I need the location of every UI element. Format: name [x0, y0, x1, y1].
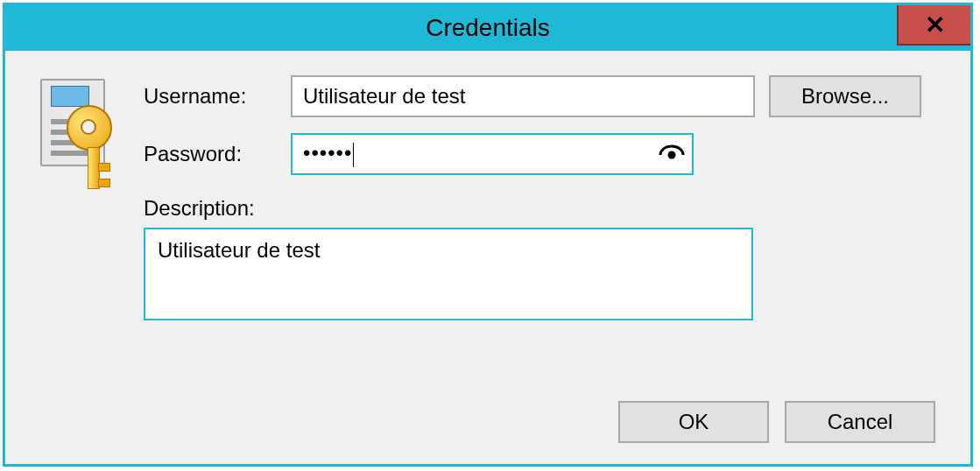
cancel-button[interactable]: Cancel	[785, 401, 935, 443]
svg-point-0	[668, 151, 676, 159]
icon-column	[37, 75, 124, 320]
ok-button-label: OK	[679, 410, 709, 434]
password-input[interactable]: ••••••	[291, 133, 694, 175]
close-icon: ✕	[925, 11, 945, 39]
username-row: Username: Browse...	[144, 75, 939, 117]
password-row: Password: ••••••	[144, 133, 939, 175]
dialog-body: Username: Browse... Password: ••••••	[5, 51, 970, 464]
password-mask: ••••••	[303, 141, 659, 167]
browse-button-label: Browse...	[801, 84, 889, 109]
ok-button[interactable]: OK	[618, 401, 769, 443]
password-label: Password:	[144, 142, 291, 166]
fields-column: Username: Browse... Password: ••••••	[144, 75, 939, 320]
titlebar: Credentials ✕	[5, 5, 970, 51]
cancel-button-label: Cancel	[828, 410, 893, 434]
description-input[interactable]: Utilisateur de test	[144, 228, 753, 320]
description-label: Description:	[144, 196, 291, 221]
credentials-dialog: Credentials ✕	[3, 3, 973, 467]
button-row: OK Cancel	[37, 401, 939, 443]
browse-button[interactable]: Browse...	[769, 75, 921, 117]
close-button[interactable]: ✕	[897, 5, 970, 46]
reveal-password-icon[interactable]	[659, 143, 685, 165]
window-title: Credentials	[426, 14, 550, 42]
credentials-icon	[37, 79, 121, 175]
username-label: Username:	[144, 84, 291, 109]
content-area: Username: Browse... Password: ••••••	[37, 75, 939, 320]
username-input[interactable]	[291, 75, 755, 117]
